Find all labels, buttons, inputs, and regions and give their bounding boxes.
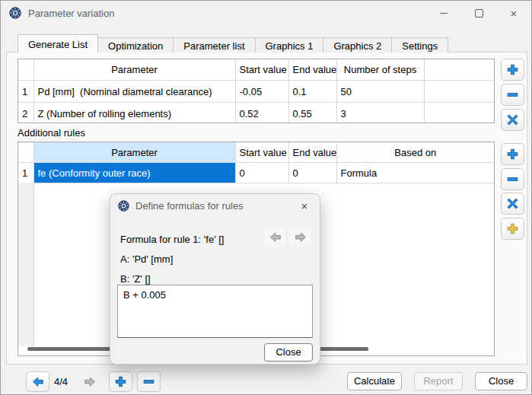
- modal-close-button[interactable]: ×: [297, 199, 312, 214]
- minimize-button[interactable]: [426, 1, 461, 25]
- report-button: Report: [414, 372, 463, 390]
- remove-rule-button[interactable]: [501, 168, 524, 190]
- col-header-parameter[interactable]: Parameter: [33, 142, 235, 163]
- col-header-start-value[interactable]: Start value: [235, 59, 288, 81]
- row-number[interactable]: 1: [18, 81, 33, 103]
- additional-rules-label: Additional rules: [18, 127, 85, 139]
- parameter-table: Parameter Start value End value Number o…: [18, 59, 495, 123]
- x-icon: [507, 198, 518, 209]
- table-row: 1 fe (Conformity outer race) 0 0 Formula: [18, 163, 494, 183]
- define-formulas-dialog: Define formulas for rules × Formula for …: [110, 193, 320, 365]
- col-header-number-of-steps[interactable]: Number of steps: [336, 59, 424, 81]
- close-icon: ×: [301, 199, 308, 212]
- tab-parameter-list[interactable]: Parameter list: [173, 37, 255, 53]
- plus-icon: [115, 376, 126, 387]
- cell-start-value[interactable]: 0: [235, 163, 288, 183]
- row-number[interactable]: 1: [18, 163, 33, 183]
- formula-rule-label: Formula for rule 1: 'fe' []: [120, 234, 224, 245]
- tab-optimization[interactable]: Optimization: [97, 37, 174, 53]
- next-rule-button: [289, 228, 311, 246]
- dialog-close-button[interactable]: Close: [475, 372, 527, 390]
- col-header-based-on[interactable]: Based on: [336, 142, 494, 163]
- remove-page-button[interactable]: [137, 371, 161, 392]
- arrow-left-icon: [269, 231, 281, 243]
- close-icon: ×: [511, 8, 518, 19]
- titlebar: Parameter variation ×: [1, 1, 531, 25]
- app-logo-icon: [9, 7, 21, 19]
- parameter-variation-dialog: Parameter variation × Generate List Opti…: [0, 0, 532, 395]
- window-title: Parameter variation: [28, 8, 114, 19]
- arrow-left-icon: [32, 376, 43, 387]
- cell-start-value[interactable]: -0.05: [235, 81, 288, 103]
- formula-input[interactable]: B + 0.005: [117, 285, 313, 338]
- app-logo-icon: [118, 200, 129, 212]
- table-row: 2 Z (Number of rolling elements) 0.52 0.…: [18, 103, 494, 125]
- maximize-button[interactable]: [461, 1, 496, 25]
- table-row: 1 Pd [mm] (Nominal diametral clearance) …: [18, 81, 494, 103]
- add-parameter-button[interactable]: [501, 59, 524, 81]
- next-page-button: [78, 371, 101, 392]
- add-rule-button[interactable]: [501, 143, 524, 165]
- cell-parameter[interactable]: Z (Number of rolling elements): [33, 103, 235, 125]
- minus-icon: [507, 174, 518, 185]
- col-header-parameter[interactable]: Parameter: [33, 59, 235, 81]
- col-header-start-value[interactable]: Start value: [235, 142, 288, 163]
- minus-icon: [507, 89, 518, 100]
- tab-settings[interactable]: Settings: [391, 37, 448, 53]
- plus-icon: [507, 148, 518, 160]
- corner-header: [18, 59, 33, 81]
- rules-table-header-row: Parameter Start value End value Based on: [18, 142, 494, 163]
- cell-parameter-selected[interactable]: fe (Conformity outer race): [33, 163, 235, 183]
- cell-number-of-steps[interactable]: 50: [336, 81, 424, 103]
- cell-end-value[interactable]: 0.55: [288, 103, 336, 125]
- col-header-end-value[interactable]: End value: [288, 59, 336, 81]
- maximize-icon: [475, 9, 483, 18]
- empty-header: [424, 59, 494, 81]
- row-number[interactable]: 2: [18, 103, 33, 125]
- arrow-right-icon: [84, 376, 95, 387]
- tab-graphics-2[interactable]: Graphics 2: [323, 37, 392, 53]
- clear-rules-button[interactable]: [501, 193, 524, 215]
- calculate-button[interactable]: Calculate: [347, 372, 402, 390]
- add-page-button[interactable]: [109, 371, 132, 392]
- define-formula-button[interactable]: [501, 218, 524, 240]
- minimize-icon: [440, 13, 448, 14]
- cell-end-value[interactable]: 0: [288, 163, 336, 183]
- clear-parameters-button[interactable]: [501, 109, 524, 131]
- x-icon: [507, 114, 518, 126]
- window-controls: ×: [426, 1, 531, 25]
- tab-bar: Generate List Optimization Parameter lis…: [18, 34, 448, 53]
- cell-end-value[interactable]: 0.1: [288, 81, 336, 103]
- cell-based-on[interactable]: Formula: [336, 163, 494, 183]
- tab-generate-list[interactable]: Generate List: [18, 34, 98, 53]
- previous-rule-button: [264, 228, 285, 246]
- page-indicator: 4/4: [54, 376, 77, 387]
- minus-icon: [143, 376, 155, 387]
- tab-graphics-1[interactable]: Graphics 1: [255, 37, 324, 53]
- arrow-right-icon: [295, 231, 306, 243]
- row-header-strip: [18, 183, 34, 346]
- corner-header: [18, 142, 33, 163]
- plus-icon: [507, 64, 518, 75]
- empty-cell: [424, 81, 494, 103]
- modal-titlebar: Define formulas for rules ×: [110, 194, 320, 217]
- variable-a-label: A: 'Pd' [mm]: [120, 253, 173, 265]
- remove-parameter-button[interactable]: [501, 84, 524, 106]
- parameter-table-header-row: Parameter Start value End value Number o…: [18, 59, 494, 81]
- variable-b-label: B: 'Z' []: [120, 273, 151, 285]
- empty-cell: [424, 103, 494, 125]
- cell-parameter[interactable]: Pd [mm] (Nominal diametral clearance): [33, 81, 235, 103]
- cell-number-of-steps[interactable]: 3: [336, 103, 424, 125]
- modal-close-action-button[interactable]: Close: [264, 343, 313, 362]
- modal-title: Define formulas for rules: [135, 200, 244, 212]
- close-button[interactable]: ×: [496, 1, 531, 25]
- col-header-end-value[interactable]: End value: [288, 142, 336, 163]
- cell-start-value[interactable]: 0.52: [235, 103, 288, 125]
- plus-yellow-icon: [507, 223, 518, 234]
- previous-page-button[interactable]: [26, 371, 49, 392]
